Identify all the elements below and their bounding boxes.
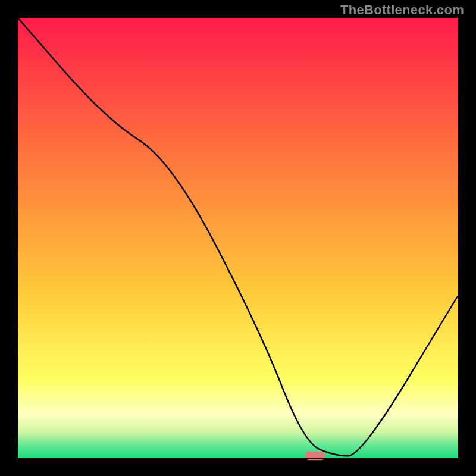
- highlight-marker: [305, 452, 325, 460]
- plot-background: [18, 18, 458, 458]
- watermark-text: TheBottleneck.com: [340, 2, 464, 18]
